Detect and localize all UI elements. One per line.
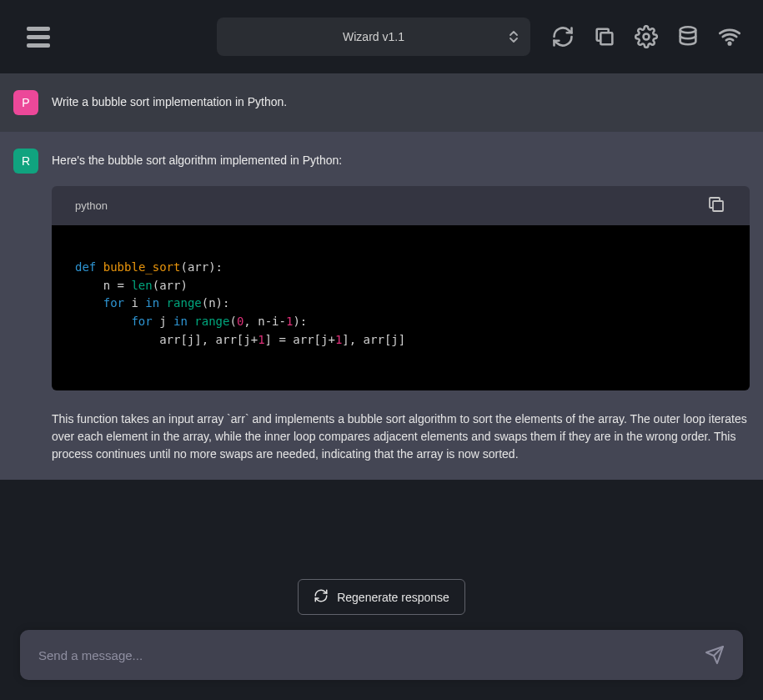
assistant-message: R Here's the bubble sort algorithm imple… [0,132,763,480]
code-copy-button[interactable] [706,194,726,217]
svg-rect-4 [713,201,723,211]
menu-button[interactable] [20,20,57,54]
copy-icon[interactable] [591,23,618,50]
svg-rect-0 [600,33,612,44]
regenerate-button[interactable]: Regenerate response [298,579,465,615]
model-label: Wizard v1.1 [343,30,404,43]
user-message-text: Write a bubble sort implementation in Py… [52,93,750,111]
gear-icon[interactable] [633,23,660,50]
svg-point-2 [680,27,696,33]
app-header: Wizard v1.1 [0,0,763,73]
assistant-avatar: R [13,149,38,174]
database-icon[interactable] [675,23,701,50]
message-input-container [20,630,743,680]
user-message: P Write a bubble sort implementation in … [0,73,763,132]
svg-point-1 [644,34,650,40]
footer: Regenerate response [0,546,763,700]
code-language-label: python [75,199,108,212]
send-button[interactable] [705,645,725,665]
chevron-updown-icon [509,29,519,44]
wifi-icon[interactable] [716,23,743,50]
assistant-intro: Here's the bubble sort algorithm impleme… [52,152,750,169]
assistant-explanation: This function takes an input array `arr`… [52,410,750,463]
regenerate-icon [314,588,329,606]
refresh-icon[interactable] [550,23,576,50]
svg-point-3 [729,43,730,44]
message-input[interactable] [38,648,705,662]
code-block: python def bubble_sort(arr): n = len(arr… [52,186,750,390]
code-content: def bubble_sort(arr): n = len(arr) for i… [52,225,750,390]
user-avatar: P [13,90,38,115]
model-selector[interactable]: Wizard v1.1 [217,18,530,56]
regenerate-label: Regenerate response [337,591,449,604]
chat-container: P Write a bubble sort implementation in … [0,73,763,546]
